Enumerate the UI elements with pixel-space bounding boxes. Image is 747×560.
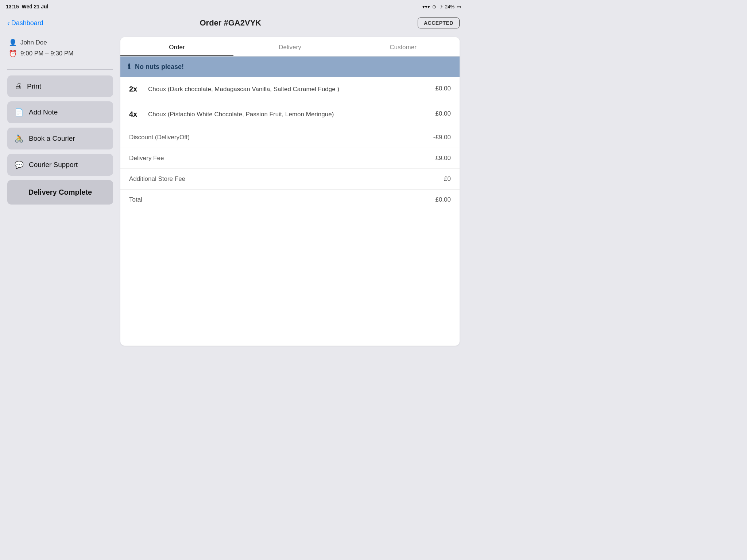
status-badge: ACCEPTED bbox=[418, 18, 460, 28]
courier-support-label: Courier Support bbox=[29, 161, 78, 169]
person-icon: 👤 bbox=[9, 39, 17, 47]
additional-store-fee-row: Additional Store Fee £0 bbox=[120, 169, 460, 190]
delivery-complete-label: Delivery Complete bbox=[28, 188, 92, 197]
add-note-button[interactable]: 📄 Add Note bbox=[7, 101, 113, 123]
time-range-row: ⏰ 9:00 PM – 9:30 PM bbox=[9, 50, 113, 58]
status-time-date: 13:15 Wed 21 Jul bbox=[6, 4, 48, 9]
battery-icon: ▭ bbox=[457, 4, 461, 9]
bike-icon: 🚴 bbox=[15, 134, 24, 143]
tab-customer[interactable]: Customer bbox=[347, 37, 460, 56]
delivery-fee-label: Delivery Fee bbox=[129, 155, 164, 162]
additional-store-fee-label: Additional Store Fee bbox=[129, 175, 185, 183]
location-icon: ⊙ bbox=[432, 4, 436, 9]
notice-banner: ℹ No nuts please! bbox=[120, 57, 460, 77]
chevron-left-icon: ‹ bbox=[7, 19, 10, 27]
wifi-icon: ▾▾▾ bbox=[422, 4, 430, 9]
add-note-label: Add Note bbox=[29, 108, 58, 116]
item-qty: 4x bbox=[129, 110, 142, 118]
order-item: 4x Choux (Pistachio White Chocolate, Pas… bbox=[120, 102, 460, 127]
clock-icon: ⏰ bbox=[9, 50, 17, 58]
customer-info: 👤 John Doe ⏰ 9:00 PM – 9:30 PM bbox=[7, 37, 113, 66]
back-label: Dashboard bbox=[11, 19, 43, 27]
info-icon: ℹ bbox=[128, 62, 131, 71]
main-layout: 👤 John Doe ⏰ 9:00 PM – 9:30 PM 🖨 Print 📄… bbox=[0, 33, 467, 350]
courier-support-button[interactable]: 💬 Courier Support bbox=[7, 154, 113, 176]
item-price: £0.00 bbox=[429, 110, 451, 117]
divider bbox=[7, 69, 113, 70]
order-content: 2x Choux (Dark chocolate, Madagascan Van… bbox=[120, 77, 460, 346]
customer-name-row: 👤 John Doe bbox=[9, 39, 113, 47]
total-value: £0.00 bbox=[435, 196, 451, 203]
book-courier-label: Book a Courier bbox=[29, 135, 75, 143]
print-icon: 🖨 bbox=[15, 82, 22, 90]
item-name: Choux (Dark chocolate, Madagascan Vanill… bbox=[148, 85, 423, 94]
order-item: 2x Choux (Dark chocolate, Madagascan Van… bbox=[120, 77, 460, 102]
total-label: Total bbox=[129, 196, 142, 203]
customer-name: John Doe bbox=[20, 39, 47, 46]
delivery-fee-value: £9.00 bbox=[435, 155, 451, 162]
notice-text: No nuts please! bbox=[135, 63, 184, 71]
additional-store-fee-value: £0 bbox=[444, 175, 451, 183]
moon-icon: ☽ bbox=[438, 4, 443, 9]
print-label: Print bbox=[27, 82, 41, 90]
tab-delivery[interactable]: Delivery bbox=[233, 37, 347, 56]
delivery-fee-row: Delivery Fee £9.00 bbox=[120, 148, 460, 169]
discount-label: Discount (DeliveryOff) bbox=[129, 134, 190, 141]
time-range: 9:00 PM – 9:30 PM bbox=[20, 50, 74, 57]
nav-bar: ‹ Dashboard Order #GA2VYK ACCEPTED bbox=[0, 13, 467, 33]
discount-row: Discount (DeliveryOff) -£9.00 bbox=[120, 127, 460, 148]
back-button[interactable]: ‹ Dashboard bbox=[7, 19, 43, 27]
item-name: Choux (Pistachio White Chocolate, Passio… bbox=[148, 110, 423, 119]
total-row: Total £0.00 bbox=[120, 190, 460, 210]
content-area: Order Delivery Customer ℹ No nuts please… bbox=[120, 37, 460, 346]
page-title: Order #GA2VYK bbox=[200, 18, 261, 28]
discount-value: -£9.00 bbox=[433, 134, 451, 141]
delivery-complete-button[interactable]: Delivery Complete bbox=[7, 180, 113, 205]
note-icon: 📄 bbox=[15, 108, 24, 117]
item-price: £0.00 bbox=[429, 85, 451, 92]
sidebar: 👤 John Doe ⏰ 9:00 PM – 9:30 PM 🖨 Print 📄… bbox=[7, 37, 113, 346]
book-courier-button[interactable]: 🚴 Book a Courier bbox=[7, 128, 113, 149]
print-button[interactable]: 🖨 Print bbox=[7, 75, 113, 97]
status-bar: 13:15 Wed 21 Jul ▾▾▾ ⊙ ☽ 24% ▭ bbox=[0, 0, 467, 13]
battery-text: 24% bbox=[445, 4, 454, 9]
tabs: Order Delivery Customer bbox=[120, 37, 460, 57]
status-icons: ▾▾▾ ⊙ ☽ 24% ▭ bbox=[422, 4, 461, 9]
chat-icon: 💬 bbox=[15, 160, 24, 169]
item-qty: 2x bbox=[129, 85, 142, 93]
tab-order[interactable]: Order bbox=[120, 37, 233, 56]
